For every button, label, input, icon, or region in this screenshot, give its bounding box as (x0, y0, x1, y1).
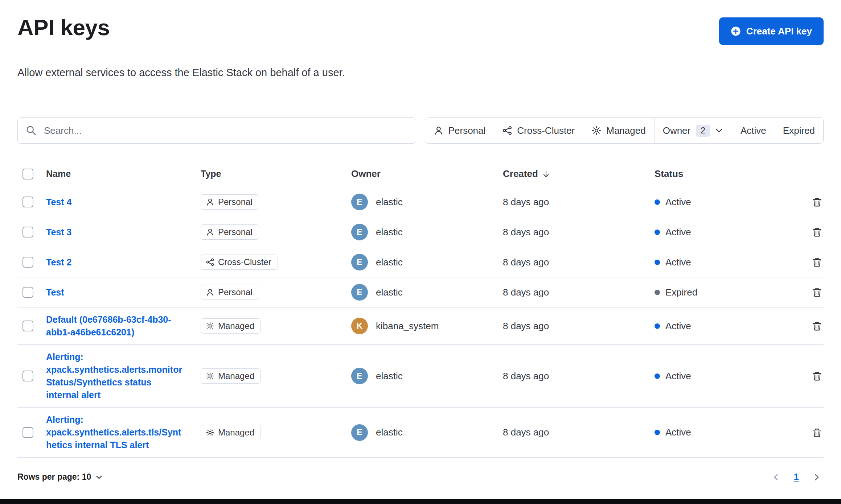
owner-name: elastic (376, 257, 403, 268)
col-header-owner[interactable]: Owner (351, 168, 503, 179)
row-checkbox[interactable] (22, 321, 33, 331)
next-page-button[interactable] (810, 470, 824, 484)
api-key-name-link[interactable]: Default (0e67686b-63cf-4b30-abb1-a46be61… (46, 313, 186, 339)
page-subtitle: Allow external services to access the El… (17, 67, 824, 79)
col-header-status[interactable]: Status (655, 168, 802, 179)
chevron-left-icon (771, 472, 781, 482)
type-badge: Personal (201, 224, 259, 240)
delete-button[interactable] (811, 426, 824, 439)
filter-personal-label: Personal (448, 125, 486, 136)
trash-icon (812, 287, 822, 297)
trash-icon (812, 371, 822, 381)
table-row: Default (0e67686b-63cf-4b30-abb1-a46be61… (17, 307, 824, 345)
owner-name: elastic (376, 287, 403, 298)
delete-button[interactable] (811, 319, 824, 332)
chevron-right-icon (812, 472, 821, 482)
cluster-icon (502, 125, 512, 136)
status-dot (655, 323, 660, 329)
status-cell: Active (655, 371, 802, 382)
filter-owner-dropdown[interactable]: Owner 2 (655, 118, 732, 143)
create-api-key-button[interactable]: Create API key (719, 17, 824, 45)
created-cell: 8 days ago (503, 197, 655, 208)
row-checkbox[interactable] (22, 197, 33, 207)
type-badge-label: Cross-Cluster (218, 257, 271, 267)
created-cell: 8 days ago (503, 427, 655, 438)
type-badge-label: Managed (218, 371, 254, 381)
filter-expired[interactable]: Expired (775, 118, 823, 143)
row-checkbox[interactable] (22, 257, 33, 268)
chevron-down-icon (715, 126, 723, 135)
type-badge-label: Personal (218, 197, 253, 207)
row-checkbox[interactable] (22, 227, 33, 237)
filter-active[interactable]: Active (732, 118, 775, 143)
search-input[interactable] (43, 125, 408, 137)
gear-icon (591, 125, 602, 136)
owner-name: elastic (376, 427, 403, 438)
chevron-down-icon (95, 473, 103, 481)
row-checkbox[interactable] (22, 371, 33, 381)
col-header-created[interactable]: Created (503, 168, 655, 179)
filter-owner-label: Owner (663, 125, 691, 136)
row-checkbox[interactable] (22, 427, 33, 438)
trash-icon (812, 427, 822, 438)
type-badge: Personal (201, 194, 259, 210)
person-icon (206, 198, 214, 206)
created-cell: 8 days ago (503, 371, 655, 382)
status-dot (655, 199, 660, 205)
header-divider (17, 97, 824, 97)
owner-name: elastic (376, 227, 403, 238)
row-checkbox[interactable] (22, 287, 33, 298)
type-badge-label: Managed (218, 321, 254, 331)
create-api-key-label: Create API key (746, 26, 812, 37)
person-icon (206, 288, 214, 297)
api-key-name-link[interactable]: Test (46, 286, 64, 299)
owner-avatar: E (351, 254, 368, 270)
page-header: API keys Create API key (17, 15, 824, 45)
col-header-type[interactable]: Type (201, 169, 351, 179)
page-1-button[interactable]: 1 (793, 471, 800, 483)
owner-avatar: E (351, 194, 368, 210)
search-icon (26, 125, 37, 136)
owner-avatar: E (351, 224, 368, 240)
owner-name: kibana_system (376, 321, 439, 332)
table-header-row: Name Type Owner Created Status (17, 161, 824, 187)
person-icon (206, 228, 214, 236)
table-row: Alerting: xpack.synthetics.alerts.tls/Sy… (17, 408, 824, 458)
filter-cross-cluster[interactable]: Cross-Cluster (494, 118, 583, 143)
type-badge-label: Managed (218, 427, 254, 438)
api-key-name-link[interactable]: Alerting: xpack.synthetics.alerts.monito… (46, 351, 186, 401)
delete-button[interactable] (811, 256, 824, 269)
api-key-name-link[interactable]: Alerting: xpack.synthetics.alerts.tls/Sy… (46, 413, 186, 451)
owner-count-badge: 2 (696, 125, 710, 137)
delete-button[interactable] (811, 226, 824, 239)
type-badge-label: Personal (218, 287, 253, 297)
status-cell: Active (655, 427, 802, 438)
col-header-name[interactable]: Name (46, 169, 201, 179)
status-label: Expired (665, 287, 697, 298)
api-key-name-link[interactable]: Test 3 (46, 226, 71, 239)
bottom-bar (0, 499, 841, 504)
status-dot (655, 260, 660, 265)
owner-name: elastic (376, 371, 403, 382)
status-cell: Active (655, 321, 802, 332)
prev-page-button[interactable] (769, 470, 783, 484)
search-box (17, 117, 416, 144)
filter-personal[interactable]: Personal (425, 118, 494, 143)
delete-button[interactable] (811, 286, 824, 299)
status-cell: Active (655, 227, 802, 238)
api-key-name-link[interactable]: Test 2 (46, 256, 71, 269)
filter-group: Personal Cross-Cluster Managed Owner 2 A… (425, 117, 824, 144)
delete-button[interactable] (811, 195, 824, 208)
delete-button[interactable] (811, 369, 824, 383)
api-key-name-link[interactable]: Test 4 (46, 196, 71, 208)
gear-icon (206, 428, 214, 437)
filter-managed[interactable]: Managed (583, 118, 654, 143)
rows-per-page-button[interactable]: Rows per page: 10 (17, 469, 103, 485)
select-all-checkbox[interactable] (22, 169, 33, 179)
table-row: Test Personal E elastic 8 days ago Expir… (17, 277, 824, 307)
owner-avatar: E (351, 424, 368, 441)
sort-descending-icon (542, 170, 550, 178)
table-footer: Rows per page: 10 1 (17, 469, 824, 485)
page-title: API keys (17, 15, 110, 40)
gear-icon (206, 372, 214, 380)
